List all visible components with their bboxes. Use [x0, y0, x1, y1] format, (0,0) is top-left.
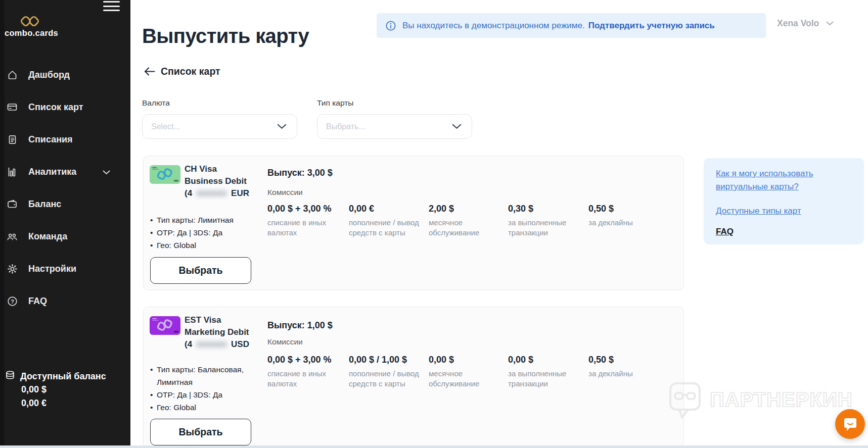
sidebar-nav: Дашборд Список карт Списани — [0, 59, 130, 317]
balance-eur: 0,00 € — [0, 396, 130, 410]
card-name-line2: Marketing Debit — [185, 326, 249, 338]
chevron-down-icon — [103, 167, 110, 177]
chevron-down-icon — [277, 124, 287, 129]
credit-card-icon — [7, 102, 18, 113]
card-feature: Тип карты: Лимитная — [150, 214, 254, 226]
chevron-down-icon — [452, 124, 462, 129]
balance-label: Доступный баланс — [20, 371, 106, 382]
sidebar-item-label: Аналитика — [28, 167, 76, 177]
card-feature: OTP: Да | 3DS: Да — [150, 226, 254, 239]
fee-item: 0,00 $ месячное обслуживание — [429, 355, 492, 389]
bar-chart-icon — [7, 166, 18, 177]
sidebar-item-analytics[interactable]: Аналитика — [0, 156, 130, 188]
card-type-filter-label: Тип карты — [317, 98, 353, 108]
card-offer-est-visa-marketing: EST Visa Marketing Debit (4 USD Тип карт… — [143, 307, 684, 448]
user-name: Xena Volo — [777, 18, 819, 29]
card-feature: Тип карты: Балансовая, Лимитная — [150, 363, 254, 388]
card-bin-redacted — [196, 190, 227, 196]
confirm-account-link[interactable]: Подтвердить учетную запись — [588, 21, 715, 31]
card-name: CH Visa Business Debit (4 EUR — [185, 163, 249, 200]
currency-filter-label: Валюта — [142, 98, 170, 108]
sidebar-item-card-list[interactable]: Список карт — [0, 91, 130, 123]
currency-select[interactable]: Select... — [142, 114, 297, 139]
wallet-icon — [7, 198, 18, 210]
page-bottom-edge — [0, 445, 868, 448]
card-feature: Гео: Global — [150, 239, 254, 252]
fee-caption: за выполненные транзакции — [508, 218, 580, 238]
card-name-line2: Business Debit — [185, 175, 249, 187]
card-type-select[interactable]: Выбрать... — [317, 114, 472, 139]
fee-value: 0,00 $ + 3,00 % — [267, 355, 341, 365]
sidebar-item-label: Настройки — [28, 264, 76, 274]
fee-value: 0,50 $ — [588, 204, 652, 214]
question-circle-icon: ? — [7, 295, 18, 307]
card-bin-prefix: (4 — [185, 338, 192, 351]
fee-item: 0,50 $ за деклайны — [588, 204, 652, 228]
balance-usd: 0,00 $ — [0, 383, 130, 396]
back-to-card-list-link[interactable]: Список карт — [144, 66, 220, 77]
fee-item: 0,00 $ + 3,00 % списание в иных валютах — [267, 204, 341, 238]
watermark-text: ПАРТНЕРКИН — [710, 388, 853, 411]
card-offer-ch-visa-business: CH Visa Business Debit (4 EUR Тип карты:… — [143, 156, 684, 290]
choose-card-button[interactable]: Выбрать — [150, 419, 251, 445]
back-link-label: Список карт — [161, 66, 220, 77]
fee-caption: списание в иных валютах — [267, 369, 341, 389]
card-currency: USD — [231, 338, 249, 351]
sidebar-item-dashboard[interactable]: Дашборд — [0, 59, 130, 91]
demo-banner-text: Вы находитесь в демонстрационном режиме. — [402, 21, 585, 31]
sidebar-item-team[interactable]: Команда — [0, 220, 130, 253]
fee-caption: месячное обслуживание — [429, 369, 492, 389]
fees-title: Комиссии — [267, 337, 303, 346]
fee-item: 0,00 $ за выполненные транзакции — [508, 355, 580, 389]
card-art-icon — [150, 165, 180, 184]
sidebar-item-debits[interactable]: Списания — [0, 123, 130, 156]
info-icon — [385, 20, 396, 31]
fee-caption: за деклайны — [588, 218, 652, 228]
sidebar-item-label: Баланс — [28, 199, 61, 210]
partnerkin-watermark: ПАРТНЕРКИН — [668, 380, 853, 422]
coins-icon — [5, 370, 16, 383]
fee-caption: списание в иных валютах — [267, 218, 341, 238]
user-menu[interactable]: Xena Volo — [777, 18, 834, 29]
chat-button[interactable] — [835, 409, 865, 439]
page-title: Выпустить карту — [142, 25, 309, 47]
help-link-faq[interactable]: FAQ — [716, 227, 852, 237]
fee-item: 0,00 $ / 1,00 $ пополнение / вывод средс… — [349, 355, 430, 389]
choose-card-button[interactable]: Выбрать — [150, 257, 251, 284]
sidebar-item-balance[interactable]: Баланс — [0, 188, 130, 220]
team-icon — [7, 231, 18, 242]
help-link-how-to-use[interactable]: Как я могу использовать виртуальные карт… — [716, 167, 846, 193]
chevron-down-icon — [826, 21, 834, 26]
fee-value: 0,00 $ — [508, 355, 580, 365]
fee-caption: месячное обслуживание — [429, 218, 492, 238]
card-bin-redacted — [196, 341, 227, 347]
currency-select-placeholder: Select... — [151, 122, 180, 131]
fee-item: 0,30 $ за выполненные транзакции — [508, 204, 580, 238]
card-type-select-placeholder: Выбрать... — [326, 122, 366, 131]
card-feature: Гео: Global — [150, 401, 254, 414]
fee-value: 0,00 $ + 3,00 % — [267, 204, 341, 214]
help-link-card-types[interactable]: Доступные типы карт — [716, 205, 846, 218]
fee-value: 0,00 $ / 1,00 $ — [349, 355, 430, 365]
fee-item: 0,50 $ за деклайны — [588, 355, 652, 379]
sidebar-item-label: Список карт — [28, 102, 83, 113]
sidebar-item-settings[interactable]: Настройки — [0, 253, 130, 285]
sidebar-item-label: FAQ — [28, 296, 47, 307]
fee-caption: пополнение / вывод средств с карты — [349, 218, 430, 238]
card-name-line1: EST Visa — [185, 314, 249, 326]
fee-item: 2,00 $ месячное обслуживание — [429, 204, 492, 238]
available-balance-block: Доступный баланс 0,00 $ 0,00 € — [0, 370, 130, 410]
card-name: EST Visa Marketing Debit (4 USD — [185, 314, 249, 351]
chat-bubble-icon — [843, 416, 858, 432]
card-features-list: Тип карты: Балансовая, Лимитная OTP: Да … — [150, 363, 254, 414]
sidebar-item-faq[interactable]: ? FAQ — [0, 285, 130, 317]
sidebar-item-label: Команда — [28, 231, 67, 242]
fee-value: 0,00 € — [349, 204, 430, 214]
sidebar-item-label: Списания — [28, 134, 73, 145]
fee-caption: пополнение / вывод средств с карты — [349, 369, 430, 389]
card-currency: EUR — [231, 187, 249, 200]
card-features-list: Тип карты: Лимитная OTP: Да | 3DS: Да Ге… — [150, 214, 254, 252]
fee-value: 0,30 $ — [508, 204, 580, 214]
hamburger-menu-button[interactable] — [103, 1, 120, 11]
issue-price: Выпуск: 3,00 $ — [267, 168, 333, 178]
